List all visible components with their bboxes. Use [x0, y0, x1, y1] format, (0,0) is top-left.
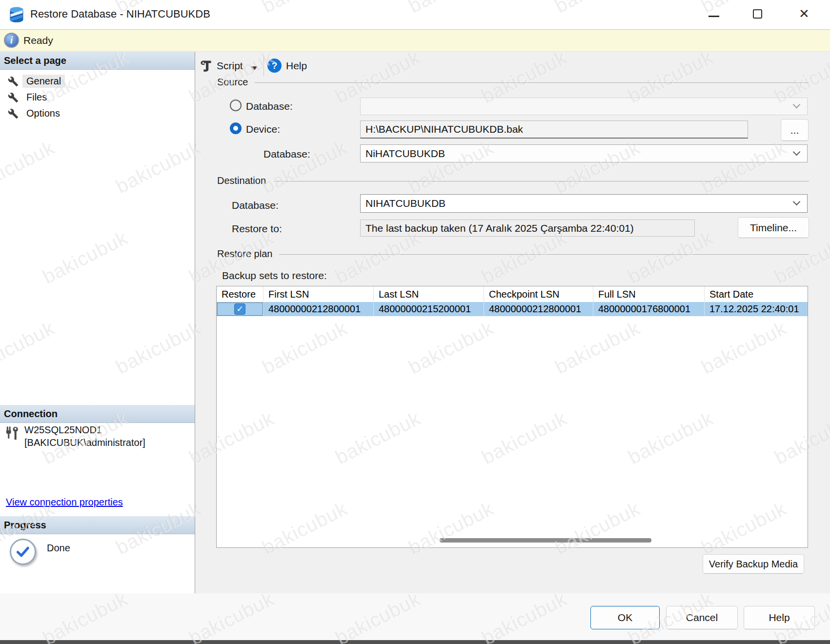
- source-database2-label: Database:: [263, 148, 310, 160]
- sidebar-item-label: Options: [22, 107, 64, 120]
- restore-plan-group-label: Restore plan: [217, 248, 272, 260]
- sidebar-item-label: Files: [22, 91, 51, 104]
- start-date-cell: 17.12.2025 22:40:01: [705, 302, 808, 316]
- progress-status: Done: [47, 543, 70, 554]
- wrench-icon: [8, 76, 19, 87]
- sidebar-item-label: General: [22, 75, 65, 88]
- restore-plan-group-divider: [279, 254, 809, 255]
- chevron-down-icon: [793, 101, 801, 109]
- column-header[interactable]: Checkpoint LSN: [484, 286, 593, 302]
- horizontal-scrollbar[interactable]: [440, 538, 651, 543]
- restore-database-icon: [8, 6, 25, 25]
- help-button-footer[interactable]: Help: [744, 606, 815, 629]
- general-page: Script ? Help Source Database: Device: H…: [195, 52, 830, 593]
- script-dropdown-caret-icon[interactable]: [251, 66, 258, 70]
- verify-backup-media-button[interactable]: Verify Backup Media: [703, 554, 804, 574]
- progress-header: Progress: [0, 516, 195, 534]
- select-a-page-panel: Select a page General Files Options Conn…: [0, 52, 195, 593]
- connection-user: [BAKICUBUK\administrator]: [24, 437, 145, 448]
- chevron-down-icon: [793, 198, 801, 206]
- last-lsn-cell: 48000000215200001: [374, 302, 484, 316]
- close-button[interactable]: ✕: [799, 6, 810, 21]
- window-title: Restore Database - NIHATCUBUKDB: [30, 8, 210, 20]
- device-path-field[interactable]: H:\BACKUP\NIHATCUBUKDB.bak: [360, 121, 748, 139]
- destination-database-combo[interactable]: NIHATCUBUKDB: [360, 194, 808, 213]
- destination-group-divider: [274, 181, 809, 181]
- restore-to-label: Restore to:: [232, 223, 282, 235]
- sidebar-item-files[interactable]: Files: [0, 89, 195, 105]
- source-device-label: Device:: [246, 123, 280, 135]
- chevron-down-icon: [793, 148, 801, 156]
- timeline-button[interactable]: Timeline...: [738, 217, 809, 238]
- connection-icon: [5, 425, 20, 444]
- column-header[interactable]: Restore: [217, 286, 263, 302]
- browse-device-button[interactable]: ...: [781, 119, 809, 141]
- first-lsn-cell: 48000000212800001: [263, 302, 374, 316]
- connection-header: Connection: [0, 405, 195, 423]
- source-device-radio[interactable]: [230, 122, 242, 134]
- ok-button[interactable]: OK: [590, 606, 660, 629]
- script-icon: [199, 59, 213, 75]
- select-a-page-header: Select a page: [0, 52, 195, 70]
- minimize-button[interactable]: [709, 16, 719, 17]
- restore-checkbox[interactable]: ✓: [234, 303, 245, 315]
- connection-server: W25SQL25NOD1: [24, 424, 102, 436]
- column-header[interactable]: First LSN: [263, 286, 374, 302]
- restore-cell[interactable]: ✓: [217, 302, 263, 316]
- status-text: Ready: [23, 35, 53, 46]
- destination-database-label: Database:: [232, 200, 279, 211]
- source-database-radio[interactable]: [230, 100, 242, 111]
- status-bar: i Ready: [0, 29, 830, 52]
- cancel-button[interactable]: Cancel: [666, 606, 738, 629]
- source-backup-database-combo[interactable]: NiHATCUBUKDB: [360, 144, 808, 162]
- sidebar-item-general[interactable]: General: [0, 73, 195, 89]
- title-bar: Restore Database - NIHATCUBUKDB ✕: [0, 0, 830, 29]
- column-header[interactable]: Start Date: [705, 286, 808, 302]
- column-header[interactable]: Last LSN: [374, 286, 484, 302]
- source-group-label: Source: [217, 77, 248, 88]
- source-group-divider: [255, 82, 809, 83]
- full-lsn-cell: 48000000176800001: [593, 302, 705, 316]
- done-check-icon: [10, 539, 36, 565]
- dialog-footer: OK Cancel Help: [0, 593, 830, 644]
- backup-sets-table: Restore First LSN Last LSN Checkpoint LS…: [216, 286, 808, 548]
- wrench-icon: [8, 92, 19, 103]
- sidebar-item-options[interactable]: Options: [0, 105, 195, 121]
- source-database-label: Database:: [246, 101, 293, 112]
- info-icon: i: [4, 33, 19, 48]
- wrench-icon: [8, 108, 19, 119]
- maximize-button[interactable]: [753, 9, 762, 19]
- help-button[interactable]: Help: [286, 60, 307, 72]
- backup-sets-caption: Backup sets to restore:: [222, 270, 327, 282]
- script-button[interactable]: Script: [217, 60, 243, 72]
- window-bottom-edge: [0, 640, 830, 644]
- restore-to-field: The last backup taken (17 Aralık 2025 Ça…: [360, 220, 695, 237]
- help-icon: ?: [267, 59, 282, 73]
- checkpoint-lsn-cell: 48000000212800001: [484, 302, 593, 316]
- column-header[interactable]: Full LSN: [593, 286, 705, 302]
- toolbar-divider: [263, 56, 264, 76]
- destination-group-label: Destination: [217, 175, 266, 186]
- view-connection-properties-link[interactable]: View connection properties: [6, 497, 123, 508]
- source-database-combo[interactable]: [360, 98, 808, 115]
